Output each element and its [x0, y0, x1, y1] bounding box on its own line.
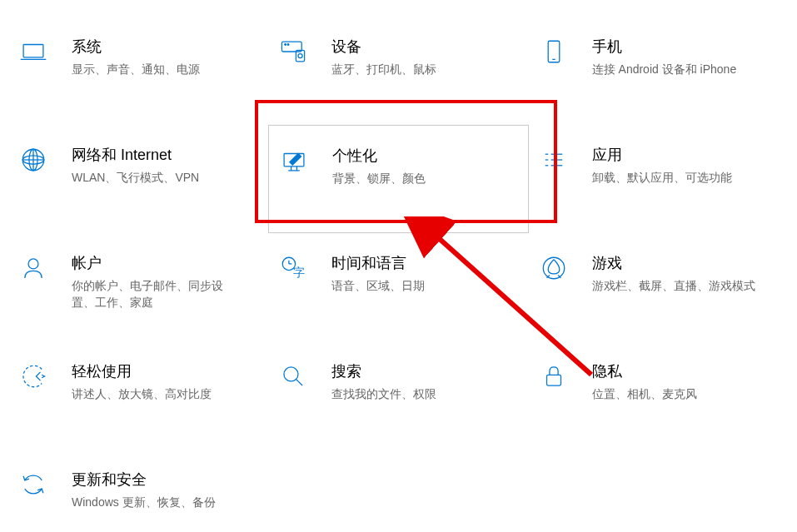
- svg-point-6: [298, 54, 302, 58]
- tile-devices[interactable]: 设备 蓝牙、打印机、鼠标: [268, 17, 528, 125]
- tile-title: 系统: [72, 37, 200, 57]
- tile-title: 更新和安全: [72, 470, 216, 490]
- time-language-icon: 字: [276, 251, 310, 285]
- tile-title: 网络和 Internet: [72, 145, 199, 165]
- tile-network[interactable]: 网络和 Internet WLAN、飞行模式、VPN: [8, 125, 268, 233]
- svg-rect-0: [23, 45, 43, 57]
- tile-system[interactable]: 系统 显示、声音、通知、电源: [8, 17, 268, 125]
- devices-icon: [276, 35, 310, 68]
- gaming-icon: [537, 251, 570, 285]
- tile-title: 应用: [592, 145, 732, 165]
- tile-desc: 你的帐户、电子邮件、同步设置、工作、家庭: [72, 278, 238, 311]
- personalization-icon: [277, 144, 311, 177]
- tile-desc: WLAN、飞行模式、VPN: [72, 170, 199, 186]
- tile-personalization[interactable]: 个性化 背景、锁屏、颜色: [268, 125, 528, 233]
- accounts-icon: [17, 251, 50, 285]
- laptop-icon: [17, 35, 50, 68]
- svg-point-24: [28, 259, 38, 269]
- tile-desc: 位置、相机、麦克风: [592, 386, 697, 403]
- tile-apps[interactable]: 应用 卸载、默认应用、可选功能: [529, 125, 789, 233]
- search-icon: [276, 360, 310, 393]
- tile-desc: 背景、锁屏、颜色: [332, 171, 426, 187]
- tile-title: 帐户: [72, 253, 238, 273]
- tile-title: 隐私: [592, 361, 697, 381]
- tile-title: 搜索: [331, 361, 436, 381]
- settings-grid: 系统 显示、声音、通知、电源 设备 蓝牙、打印机、鼠标 手机 连接 Androi…: [8, 17, 789, 532]
- tile-title: 设备: [331, 37, 436, 57]
- tile-search[interactable]: 搜索 查找我的文件、权限: [268, 341, 528, 450]
- tile-phone[interactable]: 手机 连接 Android 设备和 iPhone: [529, 17, 789, 125]
- svg-rect-34: [546, 375, 560, 385]
- network-icon: [17, 143, 50, 177]
- svg-point-4: [288, 44, 290, 46]
- tile-time-language[interactable]: 字 时间和语言 语音、区域、日期: [268, 233, 528, 341]
- svg-point-3: [285, 44, 286, 46]
- tile-ease-of-access[interactable]: 轻松使用 讲述人、放大镜、高对比度: [8, 341, 268, 450]
- tile-desc: 卸载、默认应用、可选功能: [592, 170, 732, 186]
- tile-desc: 查找我的文件、权限: [331, 386, 436, 403]
- svg-point-29: [543, 257, 565, 279]
- tile-desc: 讲述人、放大镜、高对比度: [72, 386, 212, 403]
- tile-desc: 连接 Android 设备和 iPhone: [592, 62, 737, 78]
- tile-privacy[interactable]: 隐私 位置、相机、麦克风: [529, 341, 789, 450]
- tile-desc: 蓝牙、打印机、鼠标: [331, 62, 436, 78]
- tile-desc: 语音、区域、日期: [331, 278, 425, 295]
- tile-desc: 显示、声音、通知、电源: [72, 62, 200, 78]
- apps-icon: [537, 143, 570, 177]
- privacy-icon: [537, 360, 570, 393]
- phone-icon: [537, 35, 570, 68]
- svg-text:字: 字: [293, 266, 305, 279]
- svg-line-33: [296, 379, 303, 385]
- tile-title: 个性化: [332, 146, 426, 166]
- tile-desc: Windows 更新、恢复、备份: [72, 495, 216, 511]
- tile-desc: 游戏栏、截屏、直播、游戏模式: [592, 278, 755, 295]
- tile-title: 轻松使用: [72, 361, 212, 381]
- update-security-icon: [17, 468, 50, 501]
- tile-update-security[interactable]: 更新和安全 Windows 更新、恢复、备份: [8, 450, 268, 532]
- tile-title: 手机: [592, 37, 737, 57]
- tile-accounts[interactable]: 帐户 你的帐户、电子邮件、同步设置、工作、家庭: [8, 233, 268, 341]
- tile-title: 游戏: [592, 253, 755, 273]
- tile-title: 时间和语言: [331, 253, 425, 273]
- tile-gaming[interactable]: 游戏 游戏栏、截屏、直播、游戏模式: [529, 233, 789, 341]
- ease-of-access-icon: [17, 360, 50, 393]
